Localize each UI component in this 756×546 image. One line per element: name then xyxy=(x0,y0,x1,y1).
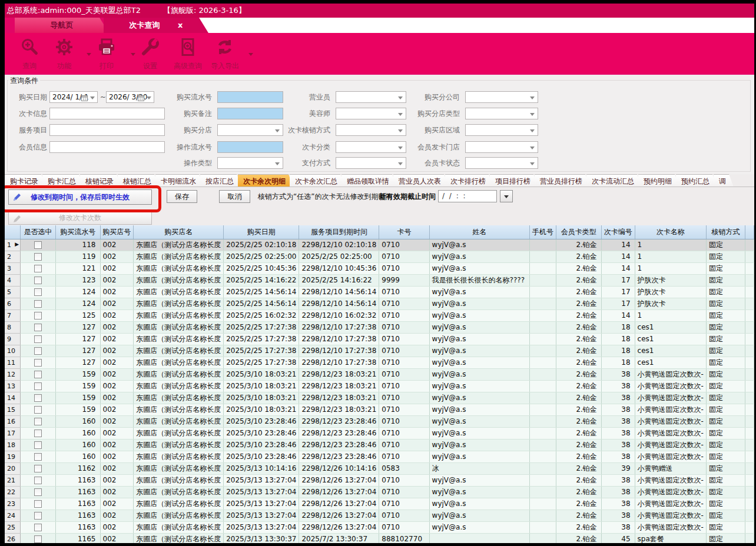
subtab-5[interactable]: 按店汇总 xyxy=(200,174,241,187)
column-header-购买流水号[interactable]: 购买流水号 xyxy=(55,225,100,239)
close-icon[interactable]: x xyxy=(178,18,183,33)
table-row[interactable]: 16160002东圃店（测试分店名称长度2025/3/10 23:28:4622… xyxy=(5,415,754,427)
modify-count-button[interactable]: 修改次卡次数 xyxy=(8,211,152,225)
table-row[interactable]: 241163002东圃店（测试分店名称长度2025/3/13 13:27:042… xyxy=(5,510,754,521)
subtab-4[interactable]: 卡明细流水 xyxy=(155,174,204,187)
subtab-2[interactable]: 核销记录 xyxy=(80,174,121,187)
table-row[interactable]: 3121002东圃店（测试分店名称长度2025/2/25 10:45:36229… xyxy=(5,262,754,274)
subtab-0[interactable]: 购卡记录 xyxy=(5,174,46,187)
row-checkbox[interactable] xyxy=(34,241,42,249)
column-header-次卡名称[interactable]: 次卡名称 xyxy=(635,225,706,239)
row-checkbox[interactable] xyxy=(34,441,42,449)
row-checkbox[interactable] xyxy=(34,453,42,461)
column-header-是否选中[interactable]: 是否选中 xyxy=(21,225,56,239)
subtab-8[interactable]: 赠品领取详情 xyxy=(341,174,397,187)
table-row[interactable]: 221163002东圃店（测试分店名称长度2025/3/13 13:27:042… xyxy=(5,486,754,498)
subtab-6[interactable]: 次卡余次明细 xyxy=(238,174,293,187)
query-select[interactable] xyxy=(465,157,538,169)
row-checkbox[interactable] xyxy=(34,535,42,543)
row-checkbox[interactable] xyxy=(34,477,42,484)
toolbar-button-导入导出[interactable]: 导入导出 xyxy=(204,38,246,71)
query-select[interactable] xyxy=(465,108,538,119)
query-select[interactable] xyxy=(465,91,538,103)
table-row[interactable]: 6124002东圃店（测试分店名称长度2025/2/25 14:56:14229… xyxy=(5,298,754,309)
row-checkbox[interactable] xyxy=(34,277,42,284)
table-row[interactable]: 251163002东圃店（测试分店名称长度2025/3/13 13:27:042… xyxy=(5,521,754,533)
row-checkbox[interactable] xyxy=(34,524,42,531)
table-row[interactable]: 201162002东圃店（测试分店名称长度2025/3/13 10:14:162… xyxy=(5,462,754,474)
subtab-7[interactable]: 次卡余次汇总 xyxy=(290,174,345,187)
table-row[interactable]: 13159002东圃店（测试分店名称长度2025/3/10 18:03:2122… xyxy=(5,380,754,392)
row-checkbox[interactable] xyxy=(34,324,42,331)
column-header-核销方式[interactable]: 核销方式 xyxy=(706,225,745,239)
subtab-15[interactable]: 预约汇总 xyxy=(676,174,717,187)
row-checkbox[interactable] xyxy=(34,512,42,520)
query-select[interactable] xyxy=(465,141,538,153)
toolbar-button-高级查询[interactable]: 高级查询 xyxy=(167,38,209,71)
subtab-10[interactable]: 次卡排行榜 xyxy=(445,174,493,187)
subtab-16[interactable]: 调 xyxy=(714,174,734,187)
chevron-down-icon[interactable] xyxy=(248,53,253,56)
table-row[interactable]: 9127002东圃店（测试分店名称长度2025/2/25 17:27:38229… xyxy=(5,333,754,345)
table-row[interactable]: 17160002东圃店（测试分店名称长度2025/3/10 23:28:4622… xyxy=(5,427,754,439)
table-row[interactable]: 18160002东圃店（测试分店名称长度2025/3/10 23:28:4622… xyxy=(5,439,754,451)
row-checkbox[interactable] xyxy=(34,300,42,308)
table-row[interactable]: 11127002东圃店（测试分店名称长度2025/2/25 17:27:3822… xyxy=(5,357,754,368)
column-header-卡号[interactable]: 卡号 xyxy=(379,225,429,239)
column-header-购买店名[interactable]: 购买店名 xyxy=(134,225,224,239)
modify-expiry-button[interactable]: 修改到期时间，保存后即时生效 xyxy=(8,189,152,205)
row-checkbox[interactable] xyxy=(34,418,42,425)
subtab-13[interactable]: 次卡流动汇总 xyxy=(586,174,642,187)
row-checkbox[interactable] xyxy=(34,288,42,296)
table-row[interactable]: 2119002东圃店（测试分店名称长度2025/2/25 02:25:00202… xyxy=(5,251,754,262)
row-checkbox[interactable] xyxy=(34,465,42,472)
query-date-input[interactable]: 2024/ 1/ 1 xyxy=(49,91,98,103)
table-row[interactable]: 19160002东圃店（测试分店名称长度2025/3/10 23:28:4622… xyxy=(5,451,754,462)
subtab-1[interactable]: 购卡汇总 xyxy=(42,174,84,187)
row-checkbox[interactable] xyxy=(34,500,42,508)
toolbar-button-功能[interactable]: 功能 xyxy=(43,38,85,71)
table-row[interactable]: 211163002东圃店（测试分店名称长度2025/3/13 13:27:042… xyxy=(5,474,754,486)
table-row[interactable]: 261165002东圃店（测试分店名称长度2025/3/13 13:30:372… xyxy=(5,533,754,543)
save-button[interactable]: 保存 xyxy=(167,190,197,203)
column-header-服务项目到期时间[interactable]: 服务项目到期时间 xyxy=(299,225,379,239)
column-header-次卡编号[interactable]: 次卡编号 xyxy=(601,225,635,239)
table-row[interactable]: 4123002东圃店（测试分店名称长度2025/2/25 14:16:22202… xyxy=(5,274,754,286)
row-checkbox[interactable] xyxy=(34,253,42,261)
row-checkbox[interactable] xyxy=(34,382,42,390)
row-checkbox[interactable] xyxy=(34,488,42,496)
column-header-姓名[interactable]: 姓名 xyxy=(429,225,529,239)
row-checkbox[interactable] xyxy=(34,265,42,272)
row-checkbox[interactable] xyxy=(34,359,42,367)
row-checkbox[interactable] xyxy=(34,394,42,402)
row-checkbox[interactable] xyxy=(34,371,42,378)
table-row[interactable]: 14159002东圃店（测试分店名称长度2025/3/10 18:03:2122… xyxy=(5,392,754,404)
subtab-12[interactable]: 营业员排行榜 xyxy=(535,174,590,187)
table-row[interactable]: 231163002东圃店（测试分店名称长度2025/3/13 13:27:042… xyxy=(5,498,754,510)
column-header-购买店号[interactable]: 购买店号 xyxy=(100,225,134,239)
table-row[interactable]: 1▶118002东圃店（测试分店名称长度2025/2/25 02:10:1822… xyxy=(5,239,754,251)
row-checkbox[interactable] xyxy=(34,430,42,437)
toolbar-button-设置[interactable]: 设置 xyxy=(129,38,171,71)
subtab-3[interactable]: 核销汇总 xyxy=(118,174,159,187)
row-checkbox[interactable] xyxy=(34,335,42,343)
cancel-button[interactable]: 取消 xyxy=(219,190,250,203)
subtab-11[interactable]: 项目排行榜 xyxy=(490,174,538,187)
new-expiry-dropdown-button[interactable] xyxy=(500,190,513,202)
table-row[interactable]: 10127002东圃店（测试分店名称长度2025/2/25 17:27:3822… xyxy=(5,345,754,357)
window-tab-cika-query[interactable]: 次卡查询 x xyxy=(104,18,208,33)
table-row[interactable]: 8127002东圃店（测试分店名称长度2025/2/25 17:27:38229… xyxy=(5,321,754,333)
row-checkbox[interactable] xyxy=(34,347,42,355)
table-row[interactable]: 12159002东圃店（测试分店名称长度2025/3/10 18:03:2122… xyxy=(5,368,754,380)
query-select[interactable] xyxy=(465,124,538,136)
table-row[interactable]: 5124002东圃店（测试分店名称长度2025/2/25 14:56:14229… xyxy=(5,286,754,298)
table-row[interactable]: 15159002东圃店（测试分店名称长度2025/3/10 18:03:2122… xyxy=(5,404,754,415)
column-header-购买日期[interactable]: 购买日期 xyxy=(224,225,299,239)
toolbar-button-打印[interactable]: 打印 xyxy=(85,38,128,71)
row-checkbox[interactable] xyxy=(34,312,42,319)
column-header-会员卡类型[interactable]: 会员卡类型 xyxy=(556,225,601,239)
calendar-icon[interactable] xyxy=(81,94,88,104)
column-header-手机号[interactable]: 手机号 xyxy=(530,225,556,239)
row-checkbox[interactable] xyxy=(34,406,42,414)
subtab-9[interactable]: 营业员人次表 xyxy=(393,174,449,187)
